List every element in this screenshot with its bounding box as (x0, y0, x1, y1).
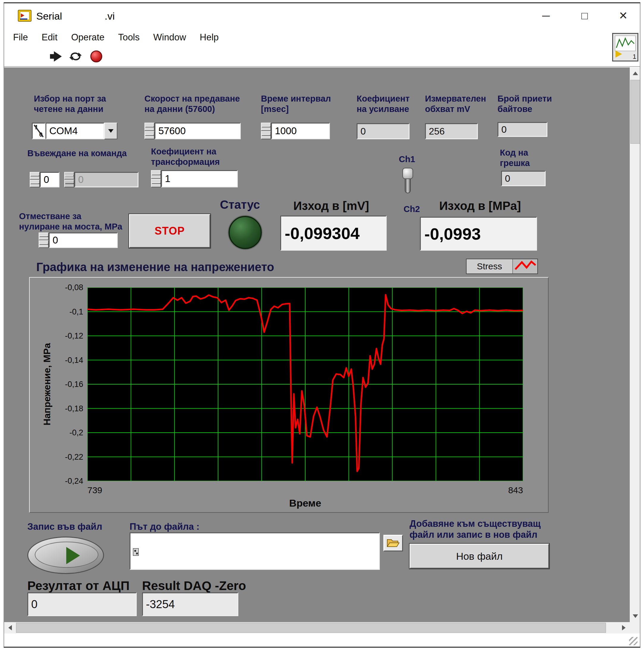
arrow-down-icon (633, 614, 638, 618)
scroll-left-button[interactable] (4, 622, 16, 634)
file-path-input[interactable] (142, 535, 377, 567)
vertical-scrollbar[interactable] (630, 67, 640, 622)
horizontal-scrollbar[interactable] (4, 622, 630, 634)
decrement-button[interactable] (39, 240, 49, 248)
maximize-button[interactable]: □ (568, 3, 601, 28)
chart-canvas (88, 287, 523, 481)
arrow-up-icon (633, 72, 638, 75)
increment-button[interactable] (30, 172, 40, 180)
run-button[interactable] (49, 49, 63, 63)
ch2-label: Ch2 (404, 204, 420, 214)
vertical-scroll-thumb[interactable] (630, 80, 640, 144)
menubar: File Edit Operate Tools Window Help (4, 28, 640, 47)
minimize-button[interactable]: ─ (530, 3, 562, 28)
toolbar (4, 47, 640, 67)
transform-spinner[interactable] (151, 170, 161, 187)
gain-indicator: 0 (357, 123, 409, 139)
chart-legend[interactable]: Stress (466, 259, 538, 274)
command2-spinner-disabled (64, 172, 74, 187)
instance-number: 1 (633, 53, 636, 61)
run-continuous-button[interactable] (68, 49, 82, 63)
mini-arrow-icon (615, 50, 622, 58)
scrollbar-corner (630, 622, 640, 634)
run-arrow-icon (49, 50, 62, 62)
menu-tools[interactable]: Tools (118, 32, 139, 43)
y-tick-label: -0,16 (55, 380, 83, 389)
offset-input[interactable]: 0 (49, 232, 118, 248)
status-strip (4, 634, 640, 648)
titlebar: Serial .vi ─ □ ✕ (4, 3, 640, 28)
continuous-run-icon (69, 50, 82, 62)
menu-edit[interactable]: Edit (42, 32, 57, 43)
increment-button[interactable] (261, 123, 271, 131)
y-tick-label: -0,08 (55, 283, 83, 292)
chevron-down-icon (108, 129, 113, 133)
range-label: Измервателен обхват mV (425, 94, 490, 114)
menu-file[interactable]: File (13, 32, 28, 43)
scroll-down-button[interactable] (630, 610, 640, 622)
adc-result-label: Резултат от АЦП (27, 579, 130, 593)
scroll-up-button[interactable] (630, 67, 640, 79)
menu-operate[interactable]: Operate (71, 32, 104, 43)
append-label: Добавяне към съществуващ файл или запис … (409, 518, 558, 540)
com-port-dropdown-button[interactable] (104, 123, 117, 139)
transform-input[interactable]: 1 (161, 170, 238, 187)
out-mv-label: Изход в [mV] (293, 199, 369, 213)
channel-toggle-switch[interactable] (402, 168, 413, 195)
play-icon (66, 547, 80, 564)
y-tick-label: -0,1 (55, 307, 83, 317)
command-input[interactable]: 0 (40, 172, 60, 187)
close-button[interactable]: ✕ (607, 3, 640, 28)
decrement-button[interactable] (30, 180, 40, 187)
baud-spinner[interactable] (144, 123, 155, 139)
file-path-fieldbox (130, 532, 380, 570)
browse-folder-button[interactable] (383, 535, 403, 551)
scroll-right-button[interactable] (618, 622, 630, 634)
folder-icon (386, 538, 400, 548)
mini-waveform-icon (615, 36, 636, 51)
horizontal-scroll-thumb[interactable] (16, 623, 606, 633)
offset-label: Отместване за нулиране на моста, MPa (19, 211, 126, 232)
increment-button[interactable] (144, 123, 155, 131)
io-glyph-icon (32, 123, 45, 139)
status-label: Статус (220, 198, 260, 211)
menu-window[interactable]: Window (154, 32, 186, 43)
gain-label: Коефициент на усилване (357, 94, 416, 114)
plot-area (88, 287, 523, 481)
x-tick-label: 739 (88, 485, 102, 495)
new-file-button[interactable]: Нов файл (409, 544, 549, 569)
decrement-button[interactable] (261, 131, 271, 139)
bytes-indicator: 0 (498, 122, 547, 137)
arrow-left-icon (8, 625, 12, 630)
daq-zero-indicator: -3254 (142, 592, 238, 616)
abort-button[interactable] (89, 49, 103, 63)
resize-grip[interactable] (629, 637, 638, 645)
vi-panel-icon[interactable]: 1 (612, 33, 638, 62)
increment-button[interactable] (39, 232, 49, 240)
toggle-knob[interactable] (402, 168, 413, 179)
y-tick-label: -0,2 (55, 428, 83, 437)
com-port-selector[interactable]: COM4 (45, 123, 104, 139)
record-label: Запис във файл (27, 521, 102, 532)
vi-icon (18, 10, 32, 22)
command-spinner[interactable] (30, 172, 40, 187)
window-title-extension: .vi (105, 10, 115, 22)
decrement-button[interactable] (151, 179, 161, 187)
labview-window: Serial .vi ─ □ ✕ File Edit Operate Tools… (4, 2, 640, 648)
baud-input[interactable]: 57600 (155, 123, 241, 139)
record-to-file-button[interactable] (27, 537, 104, 574)
x-tick-label: 843 (490, 485, 523, 495)
stop-button[interactable]: STOP (129, 214, 210, 248)
increment-button[interactable] (151, 170, 161, 179)
offset-spinner[interactable] (39, 232, 49, 248)
vi-icon-arrow (21, 13, 24, 17)
abort-icon (90, 50, 102, 62)
transform-label: Коефициент на трансформация (151, 146, 234, 167)
menu-help[interactable]: Help (200, 32, 219, 43)
interval-input[interactable]: 1000 (271, 123, 330, 139)
decrement-button[interactable] (144, 131, 155, 139)
y-tick-label: -0,14 (55, 356, 83, 365)
interval-spinner[interactable] (261, 123, 271, 139)
error-indicator: 0 (501, 171, 546, 186)
out-mv-display: -0,099304 (280, 216, 387, 251)
